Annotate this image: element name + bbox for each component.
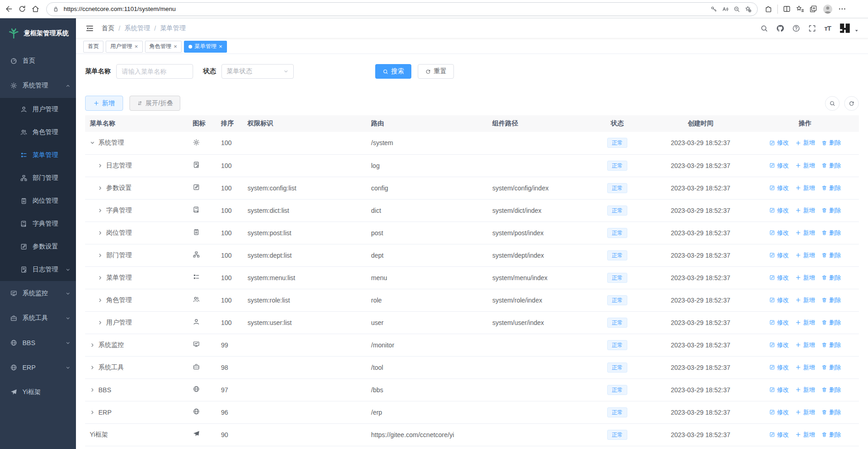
help-icon[interactable] [792, 24, 800, 32]
delete-action-link[interactable]: 删除 [821, 341, 841, 349]
edit-action-link[interactable]: 修改 [769, 206, 789, 215]
back-icon[interactable] [5, 5, 13, 13]
row-expand-icon[interactable] [97, 163, 103, 168]
header-search-icon[interactable] [760, 24, 768, 32]
sidebar-item-dict-management[interactable]: 字典管理 [0, 212, 76, 235]
user-avatar-logo[interactable] [839, 22, 851, 34]
add-action-link[interactable]: 新增 [795, 229, 815, 237]
sidebar-item-user-management[interactable]: 用户管理 [0, 98, 76, 121]
search-button[interactable]: 搜索 [375, 64, 411, 79]
delete-action-link[interactable]: 删除 [821, 319, 841, 327]
delete-action-link[interactable]: 删除 [821, 296, 841, 304]
bing-chat-icon[interactable] [851, 3, 863, 15]
extensions-icon[interactable] [764, 5, 773, 13]
read-aloud-icon[interactable] [722, 5, 729, 13]
sidebar-item-system-management[interactable]: 系统管理 [0, 73, 76, 98]
breadcrumb-item[interactable]: 系统管理 [124, 24, 150, 32]
sidebar-item-yi-framework[interactable]: Yi框架 [0, 380, 76, 405]
tab-user-management[interactable]: 用户管理× [106, 41, 143, 53]
row-expand-icon[interactable] [90, 140, 95, 146]
tab-menu-management[interactable]: 菜单管理× [184, 41, 227, 53]
delete-action-link[interactable]: 删除 [821, 206, 841, 215]
row-expand-icon[interactable] [90, 365, 95, 370]
delete-action-link[interactable]: 删除 [821, 251, 841, 260]
refresh-table-button[interactable] [844, 96, 859, 111]
profile-avatar[interactable] [822, 4, 833, 15]
home-icon[interactable] [31, 5, 40, 13]
add-action-link[interactable]: 新增 [795, 251, 815, 260]
favorites-icon[interactable] [796, 5, 804, 13]
edit-action-link[interactable]: 修改 [769, 408, 789, 417]
add-action-link[interactable]: 新增 [795, 206, 815, 215]
delete-action-link[interactable]: 删除 [821, 139, 841, 147]
edit-action-link[interactable]: 修改 [769, 386, 789, 394]
sidebar-item-system-tools[interactable]: 系统工具 [0, 306, 76, 330]
row-expand-icon[interactable] [97, 208, 103, 213]
sidebar-item-param-settings[interactable]: 参数设置 [0, 235, 76, 258]
sidebar-item-role-management[interactable]: 角色管理 [0, 121, 76, 144]
edit-action-link[interactable]: 修改 [769, 296, 789, 304]
refresh-icon[interactable] [18, 5, 27, 13]
add-action-link[interactable]: 新增 [795, 408, 815, 417]
row-expand-icon[interactable] [97, 298, 103, 303]
add-action-link[interactable]: 新增 [795, 363, 815, 372]
row-expand-icon[interactable] [97, 253, 103, 258]
add-action-link[interactable]: 新增 [795, 341, 815, 349]
delete-action-link[interactable]: 删除 [821, 184, 841, 192]
delete-action-link[interactable]: 删除 [821, 386, 841, 394]
sidebar-item-log-management[interactable]: 日志管理 [0, 258, 76, 281]
sidebar-item-erp[interactable]: ERP [0, 355, 76, 380]
github-icon[interactable] [776, 24, 784, 32]
collections-icon[interactable] [809, 5, 818, 13]
fullscreen-icon[interactable] [808, 24, 816, 32]
breadcrumb-item[interactable]: 首页 [102, 24, 114, 32]
edit-action-link[interactable]: 修改 [769, 251, 789, 260]
more-menu-icon[interactable] [838, 5, 846, 13]
reset-button[interactable]: 重置 [418, 64, 454, 79]
add-action-link[interactable]: 新增 [795, 431, 815, 439]
font-size-icon[interactable]: тT [824, 24, 831, 32]
favorite-star-icon[interactable] [744, 5, 752, 13]
delete-action-link[interactable]: 删除 [821, 363, 841, 372]
add-action-link[interactable]: 新增 [795, 274, 815, 282]
delete-action-link[interactable]: 删除 [821, 408, 841, 417]
tab-home[interactable]: 首页 [83, 41, 103, 53]
add-button[interactable]: 新增 [85, 96, 123, 111]
row-expand-icon[interactable] [97, 185, 103, 191]
row-expand-icon[interactable] [97, 320, 103, 325]
add-action-link[interactable]: 新增 [795, 386, 815, 394]
tab-close-icon[interactable]: × [174, 43, 178, 49]
delete-action-link[interactable]: 删除 [821, 162, 841, 170]
sidebar-toggle-icon[interactable] [85, 24, 94, 33]
delete-action-link[interactable]: 删除 [821, 229, 841, 237]
address-bar[interactable]: https://ccnetcore.com:1101/system/menu [46, 2, 758, 16]
edit-action-link[interactable]: 修改 [769, 184, 789, 192]
sidebar-item-dept-management[interactable]: 部门管理 [0, 167, 76, 189]
delete-action-link[interactable]: 删除 [821, 431, 841, 439]
lock-icon[interactable] [52, 5, 59, 13]
edit-action-link[interactable]: 修改 [769, 139, 789, 147]
status-select[interactable]: 菜单状态 [221, 64, 294, 79]
row-expand-icon[interactable] [90, 342, 95, 348]
tab-close-icon[interactable]: × [135, 43, 138, 49]
show-search-button[interactable] [825, 96, 840, 111]
sidebar-item-bbs[interactable]: BBS [0, 330, 76, 355]
menu-name-input[interactable] [116, 64, 193, 79]
tab-role-management[interactable]: 角色管理× [145, 41, 182, 53]
add-action-link[interactable]: 新增 [795, 319, 815, 327]
url-text[interactable]: https://ccnetcore.com:1101/system/menu [64, 5, 706, 12]
edit-action-link[interactable]: 修改 [769, 431, 789, 439]
edit-action-link[interactable]: 修改 [769, 341, 789, 349]
row-expand-icon[interactable] [97, 230, 103, 236]
edit-action-link[interactable]: 修改 [769, 319, 789, 327]
edit-action-link[interactable]: 修改 [769, 363, 789, 372]
sidebar-item-post-management[interactable]: 岗位管理 [0, 189, 76, 212]
edit-action-link[interactable]: 修改 [769, 229, 789, 237]
sidebar-item-system-monitor[interactable]: 系统监控 [0, 281, 76, 306]
sidebar-item-menu-management[interactable]: 菜单管理 [0, 144, 76, 167]
row-expand-icon[interactable] [90, 387, 95, 393]
zoom-out-icon[interactable] [733, 5, 740, 13]
row-expand-icon[interactable] [90, 410, 95, 415]
delete-action-link[interactable]: 删除 [821, 274, 841, 282]
add-action-link[interactable]: 新增 [795, 184, 815, 192]
